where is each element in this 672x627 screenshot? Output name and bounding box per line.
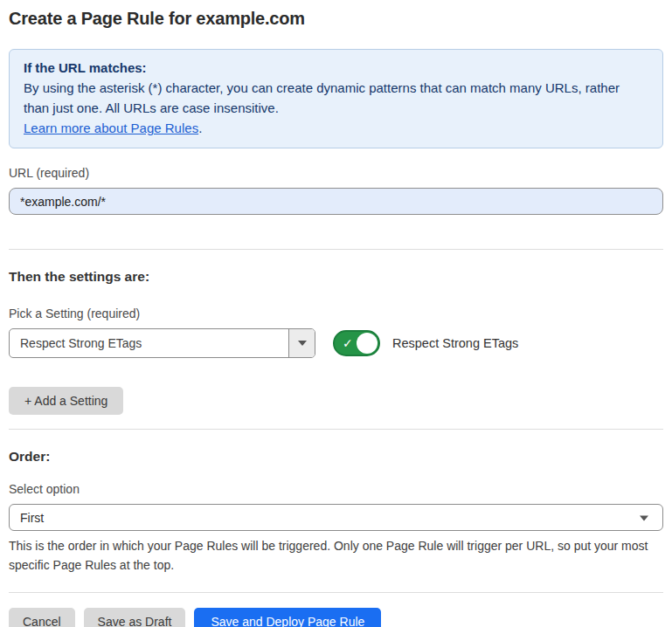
order-section-heading: Order:: [9, 449, 663, 465]
info-box-heading: If the URL matches:: [24, 58, 648, 78]
link-suffix: .: [198, 121, 202, 135]
divider: [9, 249, 663, 250]
info-box-link-line: Learn more about Page Rules.: [24, 118, 648, 138]
setting-select[interactable]: Respect Strong ETags: [9, 328, 315, 358]
toggle-knob: [357, 333, 378, 354]
order-help-text: This is the order in which your Page Rul…: [9, 536, 663, 575]
save-draft-button[interactable]: Save as Draft: [84, 608, 186, 627]
order-select[interactable]: First: [9, 504, 663, 531]
create-page-rule-form: Create a Page Rule for example.com If th…: [0, 9, 672, 627]
cancel-button[interactable]: Cancel: [9, 608, 75, 627]
url-label: URL (required): [9, 166, 663, 180]
order-select-label: Select option: [9, 482, 663, 496]
chevron-down-icon: [298, 341, 307, 346]
setting-select-arrow-button[interactable]: [288, 329, 315, 357]
order-select-value: First: [20, 511, 44, 525]
learn-more-link[interactable]: Learn more about Page Rules: [24, 121, 198, 135]
info-box-body: By using the asterisk (*) character, you…: [24, 78, 648, 118]
divider: [9, 592, 663, 593]
etags-toggle[interactable]: ✓: [333, 330, 380, 356]
chevron-down-icon: [640, 515, 648, 520]
save-deploy-button[interactable]: Save and Deploy Page Rule: [194, 608, 381, 627]
settings-section-heading: Then the settings are:: [9, 269, 663, 285]
pick-setting-label: Pick a Setting (required): [9, 307, 663, 320]
footer-actions: Cancel Save as Draft Save and Deploy Pag…: [9, 608, 663, 627]
divider: [9, 429, 663, 430]
check-icon: ✓: [343, 337, 353, 349]
toggle-label: Respect Strong ETags: [392, 336, 518, 350]
url-input[interactable]: [9, 188, 663, 215]
setting-row: Respect Strong ETags ✓ Respect Strong ET…: [9, 328, 663, 358]
url-match-info-box: If the URL matches: By using the asteris…: [9, 49, 663, 148]
add-setting-button[interactable]: + Add a Setting: [9, 387, 123, 415]
setting-select-value: Respect Strong ETags: [10, 329, 288, 357]
page-title: Create a Page Rule for example.com: [9, 9, 663, 29]
